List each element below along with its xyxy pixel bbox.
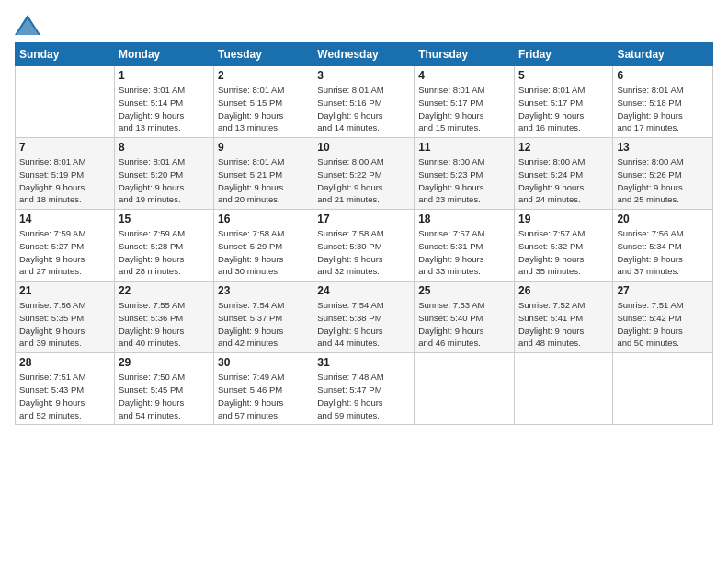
weekday-header-saturday: Saturday bbox=[613, 43, 713, 66]
page-container: SundayMondayTuesdayWednesdayThursdayFrid… bbox=[0, 0, 728, 432]
header bbox=[15, 15, 713, 35]
calendar-cell: 24Sunrise: 7:54 AMSunset: 5:38 PMDayligh… bbox=[313, 282, 415, 353]
day-info: Sunrise: 7:59 AMSunset: 5:28 PMDaylight:… bbox=[119, 227, 210, 278]
calendar-cell: 14Sunrise: 7:59 AMSunset: 5:27 PMDayligh… bbox=[16, 210, 115, 282]
day-number: 21 bbox=[19, 284, 110, 297]
weekday-header-wednesday: Wednesday bbox=[313, 43, 415, 66]
generalblue-logo-icon bbox=[15, 15, 40, 35]
calendar-cell: 9Sunrise: 8:01 AMSunset: 5:21 PMDaylight… bbox=[214, 138, 313, 210]
calendar-cell: 5Sunrise: 8:01 AMSunset: 5:17 PMDaylight… bbox=[514, 66, 612, 138]
calendar-cell: 28Sunrise: 7:51 AMSunset: 5:43 PMDayligh… bbox=[16, 353, 115, 425]
day-info: Sunrise: 7:50 AMSunset: 5:45 PMDaylight:… bbox=[119, 371, 210, 421]
day-info: Sunrise: 8:01 AMSunset: 5:21 PMDaylight:… bbox=[218, 155, 309, 206]
day-info: Sunrise: 7:58 AMSunset: 5:29 PMDaylight:… bbox=[218, 227, 309, 278]
week-row-5: 28Sunrise: 7:51 AMSunset: 5:43 PMDayligh… bbox=[16, 353, 713, 425]
calendar-cell: 25Sunrise: 7:53 AMSunset: 5:40 PMDayligh… bbox=[415, 282, 515, 353]
day-number: 3 bbox=[317, 69, 410, 82]
weekday-header-thursday: Thursday bbox=[415, 43, 515, 66]
day-info: Sunrise: 7:54 AMSunset: 5:38 PMDaylight:… bbox=[317, 299, 410, 350]
logo bbox=[15, 15, 44, 35]
day-number: 12 bbox=[518, 141, 609, 154]
calendar-cell: 18Sunrise: 7:57 AMSunset: 5:31 PMDayligh… bbox=[415, 210, 515, 282]
calendar-cell: 26Sunrise: 7:52 AMSunset: 5:41 PMDayligh… bbox=[514, 282, 612, 353]
calendar-cell: 22Sunrise: 7:55 AMSunset: 5:36 PMDayligh… bbox=[114, 282, 213, 353]
day-number: 11 bbox=[418, 141, 510, 154]
calendar-cell: 3Sunrise: 8:01 AMSunset: 5:16 PMDaylight… bbox=[313, 66, 415, 138]
weekday-header-friday: Friday bbox=[514, 43, 612, 66]
day-number: 27 bbox=[617, 284, 709, 297]
calendar-cell: 2Sunrise: 8:01 AMSunset: 5:15 PMDaylight… bbox=[214, 66, 313, 138]
weekday-header-monday: Monday bbox=[114, 43, 213, 66]
day-number: 4 bbox=[418, 69, 510, 82]
week-row-2: 7Sunrise: 8:01 AMSunset: 5:19 PMDaylight… bbox=[16, 138, 713, 210]
day-info: Sunrise: 7:48 AMSunset: 5:47 PMDaylight:… bbox=[317, 371, 410, 421]
weekday-header-sunday: Sunday bbox=[16, 43, 115, 66]
day-number: 22 bbox=[119, 284, 210, 297]
day-info: Sunrise: 7:57 AMSunset: 5:32 PMDaylight:… bbox=[518, 227, 609, 278]
weekday-header-tuesday: Tuesday bbox=[214, 43, 313, 66]
day-number: 6 bbox=[617, 69, 709, 82]
day-info: Sunrise: 8:01 AMSunset: 5:19 PMDaylight:… bbox=[19, 155, 110, 206]
day-info: Sunrise: 7:59 AMSunset: 5:27 PMDaylight:… bbox=[19, 227, 110, 278]
day-number: 28 bbox=[19, 356, 110, 369]
calendar-cell: 23Sunrise: 7:54 AMSunset: 5:37 PMDayligh… bbox=[214, 282, 313, 353]
day-info: Sunrise: 8:00 AMSunset: 5:26 PMDaylight:… bbox=[617, 155, 709, 206]
calendar-cell: 20Sunrise: 7:56 AMSunset: 5:34 PMDayligh… bbox=[613, 210, 713, 282]
day-number: 17 bbox=[317, 213, 410, 225]
day-info: Sunrise: 7:55 AMSunset: 5:36 PMDaylight:… bbox=[119, 299, 210, 350]
day-number: 10 bbox=[317, 141, 410, 154]
day-info: Sunrise: 8:01 AMSunset: 5:14 PMDaylight:… bbox=[119, 84, 210, 134]
day-info: Sunrise: 8:01 AMSunset: 5:20 PMDaylight:… bbox=[119, 155, 210, 206]
svg-marker-1 bbox=[17, 18, 39, 35]
calendar-cell: 30Sunrise: 7:49 AMSunset: 5:46 PMDayligh… bbox=[214, 353, 313, 425]
day-number: 31 bbox=[317, 356, 410, 369]
day-number: 8 bbox=[119, 141, 210, 154]
calendar-cell: 4Sunrise: 8:01 AMSunset: 5:17 PMDaylight… bbox=[415, 66, 515, 138]
day-info: Sunrise: 8:00 AMSunset: 5:24 PMDaylight:… bbox=[518, 155, 609, 206]
day-info: Sunrise: 8:00 AMSunset: 5:23 PMDaylight:… bbox=[418, 155, 510, 206]
day-number: 5 bbox=[518, 69, 609, 82]
day-number: 26 bbox=[518, 284, 609, 297]
calendar-cell bbox=[16, 66, 115, 138]
day-number: 18 bbox=[418, 213, 510, 225]
day-number: 25 bbox=[418, 284, 510, 297]
calendar-cell bbox=[613, 353, 713, 425]
calendar-cell: 13Sunrise: 8:00 AMSunset: 5:26 PMDayligh… bbox=[613, 138, 713, 210]
day-info: Sunrise: 7:58 AMSunset: 5:30 PMDaylight:… bbox=[317, 227, 410, 278]
calendar-cell: 1Sunrise: 8:01 AMSunset: 5:14 PMDaylight… bbox=[114, 66, 213, 138]
day-info: Sunrise: 7:56 AMSunset: 5:35 PMDaylight:… bbox=[19, 299, 110, 350]
calendar-cell: 6Sunrise: 8:01 AMSunset: 5:18 PMDaylight… bbox=[613, 66, 713, 138]
day-number: 14 bbox=[19, 213, 110, 225]
week-row-3: 14Sunrise: 7:59 AMSunset: 5:27 PMDayligh… bbox=[16, 210, 713, 282]
calendar-cell: 12Sunrise: 8:00 AMSunset: 5:24 PMDayligh… bbox=[514, 138, 612, 210]
calendar-cell: 8Sunrise: 8:01 AMSunset: 5:20 PMDaylight… bbox=[114, 138, 213, 210]
weekday-header-row: SundayMondayTuesdayWednesdayThursdayFrid… bbox=[16, 43, 713, 66]
day-number: 1 bbox=[119, 69, 210, 82]
calendar-cell bbox=[415, 353, 515, 425]
day-info: Sunrise: 7:57 AMSunset: 5:31 PMDaylight:… bbox=[418, 227, 510, 278]
day-info: Sunrise: 8:01 AMSunset: 5:17 PMDaylight:… bbox=[518, 84, 609, 134]
day-info: Sunrise: 7:52 AMSunset: 5:41 PMDaylight:… bbox=[518, 299, 609, 350]
calendar-cell: 11Sunrise: 8:00 AMSunset: 5:23 PMDayligh… bbox=[415, 138, 515, 210]
calendar-cell: 21Sunrise: 7:56 AMSunset: 5:35 PMDayligh… bbox=[16, 282, 115, 353]
day-info: Sunrise: 7:53 AMSunset: 5:40 PMDaylight:… bbox=[418, 299, 510, 350]
day-number: 29 bbox=[119, 356, 210, 369]
day-number: 15 bbox=[119, 213, 210, 225]
day-number: 16 bbox=[218, 213, 309, 225]
calendar-cell: 19Sunrise: 7:57 AMSunset: 5:32 PMDayligh… bbox=[514, 210, 612, 282]
calendar-cell: 27Sunrise: 7:51 AMSunset: 5:42 PMDayligh… bbox=[613, 282, 713, 353]
calendar-cell: 17Sunrise: 7:58 AMSunset: 5:30 PMDayligh… bbox=[313, 210, 415, 282]
calendar-cell: 31Sunrise: 7:48 AMSunset: 5:47 PMDayligh… bbox=[313, 353, 415, 425]
day-info: Sunrise: 8:01 AMSunset: 5:16 PMDaylight:… bbox=[317, 84, 410, 134]
calendar-cell: 15Sunrise: 7:59 AMSunset: 5:28 PMDayligh… bbox=[114, 210, 213, 282]
day-info: Sunrise: 7:49 AMSunset: 5:46 PMDaylight:… bbox=[218, 371, 309, 421]
week-row-4: 21Sunrise: 7:56 AMSunset: 5:35 PMDayligh… bbox=[16, 282, 713, 353]
day-info: Sunrise: 7:51 AMSunset: 5:43 PMDaylight:… bbox=[19, 371, 110, 421]
day-info: Sunrise: 7:51 AMSunset: 5:42 PMDaylight:… bbox=[617, 299, 709, 350]
week-row-1: 1Sunrise: 8:01 AMSunset: 5:14 PMDaylight… bbox=[16, 66, 713, 138]
day-number: 19 bbox=[518, 213, 609, 225]
calendar-cell: 10Sunrise: 8:00 AMSunset: 5:22 PMDayligh… bbox=[313, 138, 415, 210]
day-number: 24 bbox=[317, 284, 410, 297]
day-number: 2 bbox=[218, 69, 309, 82]
day-number: 7 bbox=[19, 141, 110, 154]
